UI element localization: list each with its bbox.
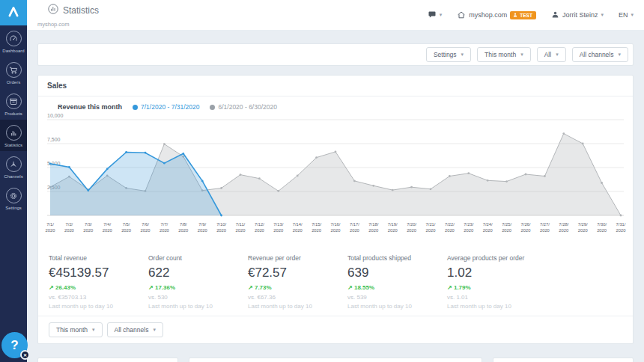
person-mini-icon (513, 13, 517, 18)
svg-text:2020: 2020 (293, 228, 303, 233)
svg-text:7/6/: 7/6/ (142, 222, 149, 227)
shop-subtitle: myshop.com (37, 21, 99, 28)
sidebar-item-label: Settings (5, 206, 22, 210)
stat-value: €72.57 (248, 266, 347, 280)
chevron-down-icon: ▾ (153, 327, 156, 333)
svg-text:7/9/: 7/9/ (198, 222, 206, 227)
stat-value: €45139.57 (49, 266, 148, 280)
user-icon (551, 10, 559, 20)
close-icon: ✕ (20, 350, 30, 360)
svg-text:7/26/: 7/26/ (521, 222, 531, 227)
svg-text:7/24/: 7/24/ (483, 222, 493, 227)
kpi-row: Total revenue€45139.57↗ 26.43%vs. €35703… (38, 245, 633, 316)
shop-menu[interactable]: myshop.com TEST (457, 10, 536, 20)
svg-text:7/20/: 7/20/ (407, 222, 416, 227)
stat-order-count: Order count622↗ 17.36%vs. 530Last month … (148, 254, 248, 310)
stat-total-revenue: Total revenue€45139.57↗ 26.43%vs. €35703… (49, 254, 148, 310)
legend-dot-current (133, 105, 138, 110)
trend-up-icon: ↗ (49, 284, 54, 291)
stat-note: Last month up to day 10 (447, 303, 547, 310)
spokes-icon (6, 156, 22, 172)
svg-text:7/27/: 7/27/ (540, 222, 550, 227)
svg-text:2020: 2020 (464, 228, 473, 233)
stat-value: 622 (148, 266, 248, 280)
all-dropdown[interactable]: All▾ (537, 47, 566, 62)
chat-menu[interactable]: ▾ (428, 10, 443, 20)
test-badge: TEST (510, 11, 536, 19)
top-performers-card: Top performers MarketplacesProductsBrand… (189, 358, 482, 362)
language-menu[interactable]: EN ▾ (619, 11, 634, 19)
revenue-chart-container: 2,5005,0007,50010,0007/1/20207/2/20207/3… (38, 112, 633, 245)
stat-comparison: vs. 1.01 (447, 294, 547, 301)
svg-text:2020: 2020 (597, 228, 607, 233)
sidebar-item-products[interactable]: Products (0, 88, 27, 120)
sidebar-item-orders[interactable]: Orders (0, 57, 27, 88)
stat-value: 1.02 (447, 266, 547, 280)
svg-text:7/8/: 7/8/ (180, 222, 187, 227)
svg-text:7/18/: 7/18/ (368, 222, 378, 227)
period-dropdown[interactable]: This month▾ (477, 47, 531, 62)
topbar-title-block: Statistics myshop.com (37, 4, 99, 30)
sidebar-item-statistics[interactable]: Statistics (0, 120, 27, 151)
cart-icon (6, 62, 22, 78)
svg-text:2020: 2020 (273, 228, 283, 233)
sidebar-item-label: Statistics (4, 143, 22, 147)
question-mark-icon: ? (10, 338, 18, 353)
svg-text:7/3/: 7/3/ (85, 222, 92, 227)
customers-buy-title: When do your customers buy (38, 358, 177, 362)
svg-text:7/19/: 7/19/ (388, 222, 398, 227)
stat-comparison: vs. €67.36 (248, 294, 347, 301)
legend-dot-previous (210, 105, 215, 110)
sidebar-item-settings[interactable]: Settings (0, 182, 27, 214)
trend-up-icon: ↗ (148, 284, 154, 291)
language-label: EN (619, 11, 628, 19)
stat-label: Total revenue (49, 254, 148, 262)
svg-text:7/10/: 7/10/ (216, 222, 226, 227)
channels-dropdown[interactable]: All channels▾ (572, 47, 628, 62)
sales-period-dropdown[interactable]: This month▾ (49, 322, 103, 337)
user-menu[interactable]: Jorrit Steinz ▾ (551, 10, 604, 20)
box-icon (6, 93, 22, 109)
help-button[interactable]: ? ✕ (1, 332, 28, 358)
svg-text:2020: 2020 (350, 228, 359, 233)
svg-text:7/23/: 7/23/ (464, 222, 473, 227)
svg-text:7/1/: 7/1/ (46, 222, 54, 227)
svg-text:7/25/: 7/25/ (502, 222, 511, 227)
sales-card-title: Sales (38, 76, 633, 96)
settings-dropdown[interactable]: Settings▾ (426, 47, 471, 62)
legend-item-current[interactable]: 7/1/2020 - 7/31/2020 (133, 103, 199, 111)
sales-channels-dropdown[interactable]: All channels▾ (107, 322, 163, 337)
stat-change: ↗ 7.73% (248, 284, 347, 291)
stat-label: Revenue per order (248, 254, 347, 262)
global-filters-card: Settings▾ This month▾ All▾ All channels▾ (37, 43, 634, 66)
statistics-icon (48, 4, 58, 17)
sidebar-item-channels[interactable]: Channels (0, 151, 27, 182)
chevron-down-icon: ▾ (631, 12, 634, 18)
stat-note: Last month up to day 10 (248, 303, 347, 310)
topbar-actions: ▾ myshop.com TEST Jorrit Steinz ▾ EN ▾ (428, 9, 634, 21)
svg-text:2020: 2020 (216, 228, 226, 233)
sidebar-item-label: Channels (4, 174, 22, 179)
stat-value: 639 (347, 266, 447, 280)
stat-comparison: vs. 539 (347, 294, 447, 301)
legend-item-previous[interactable]: 6/1/2020 - 6/30/2020 (210, 103, 276, 111)
topbar: Statistics myshop.com ▾ myshop.com TEST (27, 0, 644, 30)
svg-text:2020: 2020 (483, 228, 493, 233)
svg-text:7/28/: 7/28/ (559, 222, 568, 227)
trend-up-icon: ↗ (447, 284, 452, 291)
svg-text:7/2/: 7/2/ (66, 222, 73, 227)
gauge-icon (6, 31, 22, 46)
sidebar-item-dashboard[interactable]: Dashboard (0, 25, 27, 57)
stat-note: Last month up to day 10 (148, 303, 248, 310)
svg-text:7/14/: 7/14/ (293, 222, 303, 227)
sidebar-item-label: Products (4, 111, 22, 116)
chevron-down-icon: ▾ (440, 12, 443, 18)
bottom-cards-row: When do your customers buy 00:00 Top per… (37, 358, 634, 362)
svg-text:2020: 2020 (521, 228, 531, 233)
chat-bubble-icon (428, 10, 437, 20)
app-logo[interactable] (0, 0, 27, 25)
svg-text:2020: 2020 (426, 228, 436, 233)
orders-card: Orders Requires correctionIn backorder (493, 358, 634, 362)
brand-icon (6, 4, 21, 22)
svg-text:7/17/: 7/17/ (350, 222, 359, 227)
